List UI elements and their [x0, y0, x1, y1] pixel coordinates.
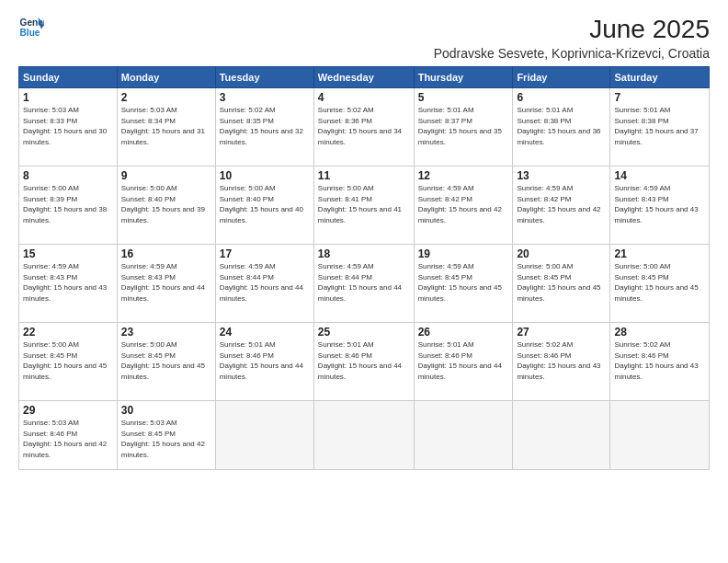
- day-info: Sunrise: 5:02 AMSunset: 8:35 PMDaylight:…: [220, 105, 310, 147]
- day-number: 5: [418, 91, 509, 104]
- day-info: Sunrise: 5:00 AMSunset: 8:40 PMDaylight:…: [220, 183, 310, 225]
- calendar-header-monday: Monday: [117, 67, 215, 88]
- day-number: 2: [121, 91, 211, 104]
- day-info: Sunrise: 5:02 AMSunset: 8:46 PMDaylight:…: [614, 339, 705, 382]
- calendar-cell: 13Sunrise: 4:59 AMSunset: 8:42 PMDayligh…: [513, 167, 610, 245]
- day-number: 19: [418, 247, 509, 260]
- day-info: Sunrise: 5:03 AMSunset: 8:46 PMDaylight:…: [23, 418, 113, 460]
- day-info: Sunrise: 4:59 AMSunset: 8:43 PMDaylight:…: [121, 261, 211, 304]
- day-number: 15: [23, 247, 113, 260]
- title-block: June 2025 Podravske Sesvete, Koprivnica-…: [434, 15, 710, 61]
- day-number: 27: [517, 326, 606, 339]
- calendar-cell: 14Sunrise: 4:59 AMSunset: 8:43 PMDayligh…: [610, 167, 710, 245]
- day-info: Sunrise: 5:00 AMSunset: 8:39 PMDaylight:…: [23, 183, 113, 225]
- day-info: Sunrise: 5:01 AMSunset: 8:46 PMDaylight:…: [418, 339, 509, 382]
- calendar-cell: 11Sunrise: 5:00 AMSunset: 8:41 PMDayligh…: [313, 167, 414, 245]
- calendar-header-sunday: Sunday: [19, 67, 118, 88]
- day-info: Sunrise: 4:59 AMSunset: 8:45 PMDaylight:…: [418, 261, 509, 304]
- subtitle: Podravske Sesvete, Koprivnica-Krizevci, …: [434, 46, 710, 61]
- day-info: Sunrise: 5:00 AMSunset: 8:45 PMDaylight:…: [121, 339, 211, 382]
- day-info: Sunrise: 5:01 AMSunset: 8:38 PMDaylight:…: [614, 105, 705, 147]
- calendar-cell: 6Sunrise: 5:01 AMSunset: 8:38 PMDaylight…: [513, 88, 610, 167]
- day-info: Sunrise: 5:00 AMSunset: 8:40 PMDaylight:…: [121, 183, 211, 225]
- calendar-cell: 20Sunrise: 5:00 AMSunset: 8:45 PMDayligh…: [513, 245, 610, 323]
- calendar-cell: 10Sunrise: 5:00 AMSunset: 8:40 PMDayligh…: [215, 167, 313, 245]
- day-info: Sunrise: 5:00 AMSunset: 8:41 PMDaylight:…: [318, 183, 410, 225]
- calendar-cell: [215, 401, 313, 470]
- calendar-week-1: 1Sunrise: 5:03 AMSunset: 8:33 PMDaylight…: [19, 88, 710, 167]
- calendar-header-friday: Friday: [513, 67, 610, 88]
- day-number: 11: [318, 169, 410, 182]
- calendar-week-2: 8Sunrise: 5:00 AMSunset: 8:39 PMDaylight…: [19, 167, 710, 245]
- day-number: 4: [318, 91, 410, 104]
- calendar-week-5: 29Sunrise: 5:03 AMSunset: 8:46 PMDayligh…: [19, 401, 710, 470]
- day-info: Sunrise: 5:00 AMSunset: 8:45 PMDaylight:…: [517, 261, 606, 304]
- day-number: 17: [220, 247, 310, 260]
- day-number: 30: [121, 404, 211, 417]
- calendar-header-row: SundayMondayTuesdayWednesdayThursdayFrid…: [19, 67, 710, 88]
- page: General Blue June 2025 Podravske Sesvete…: [0, 0, 728, 563]
- day-number: 24: [220, 326, 310, 339]
- day-info: Sunrise: 5:00 AMSunset: 8:45 PMDaylight:…: [23, 339, 113, 382]
- day-number: 12: [418, 169, 509, 182]
- day-info: Sunrise: 4:59 AMSunset: 8:44 PMDaylight:…: [318, 261, 410, 304]
- day-info: Sunrise: 4:59 AMSunset: 8:42 PMDaylight:…: [418, 183, 509, 225]
- day-info: Sunrise: 5:01 AMSunset: 8:46 PMDaylight:…: [318, 339, 410, 382]
- calendar: SundayMondayTuesdayWednesdayThursdayFrid…: [18, 66, 710, 470]
- calendar-cell: 16Sunrise: 4:59 AMSunset: 8:43 PMDayligh…: [117, 245, 215, 323]
- day-number: 16: [121, 247, 211, 260]
- calendar-cell: [313, 401, 414, 470]
- calendar-cell: 17Sunrise: 4:59 AMSunset: 8:44 PMDayligh…: [215, 245, 313, 323]
- calendar-cell: 5Sunrise: 5:01 AMSunset: 8:37 PMDaylight…: [414, 88, 513, 167]
- calendar-header-thursday: Thursday: [414, 67, 513, 88]
- day-number: 28: [614, 326, 705, 339]
- calendar-cell: 29Sunrise: 5:03 AMSunset: 8:46 PMDayligh…: [19, 401, 118, 470]
- day-info: Sunrise: 4:59 AMSunset: 8:44 PMDaylight:…: [220, 261, 310, 304]
- calendar-cell: [513, 401, 610, 470]
- calendar-cell: 9Sunrise: 5:00 AMSunset: 8:40 PMDaylight…: [117, 167, 215, 245]
- day-info: Sunrise: 5:03 AMSunset: 8:45 PMDaylight:…: [121, 418, 211, 460]
- calendar-cell: 15Sunrise: 4:59 AMSunset: 8:43 PMDayligh…: [19, 245, 118, 323]
- calendar-cell: 30Sunrise: 5:03 AMSunset: 8:45 PMDayligh…: [117, 401, 215, 470]
- calendar-cell: 2Sunrise: 5:03 AMSunset: 8:34 PMDaylight…: [117, 88, 215, 167]
- day-info: Sunrise: 4:59 AMSunset: 8:43 PMDaylight:…: [23, 261, 113, 304]
- calendar-cell: 18Sunrise: 4:59 AMSunset: 8:44 PMDayligh…: [313, 245, 414, 323]
- day-number: 20: [517, 247, 606, 260]
- calendar-cell: 8Sunrise: 5:00 AMSunset: 8:39 PMDaylight…: [19, 167, 118, 245]
- calendar-header-tuesday: Tuesday: [215, 67, 313, 88]
- day-number: 3: [220, 91, 310, 104]
- day-number: 21: [614, 247, 705, 260]
- logo: General Blue: [18, 15, 44, 40]
- logo-icon: General Blue: [18, 15, 44, 40]
- calendar-cell: 26Sunrise: 5:01 AMSunset: 8:46 PMDayligh…: [414, 323, 513, 401]
- day-number: 6: [517, 91, 606, 104]
- calendar-cell: 27Sunrise: 5:02 AMSunset: 8:46 PMDayligh…: [513, 323, 610, 401]
- day-info: Sunrise: 5:03 AMSunset: 8:33 PMDaylight:…: [23, 105, 113, 147]
- day-info: Sunrise: 5:00 AMSunset: 8:45 PMDaylight:…: [614, 261, 705, 304]
- day-number: 25: [318, 326, 410, 339]
- calendar-cell: [610, 401, 710, 470]
- day-info: Sunrise: 4:59 AMSunset: 8:42 PMDaylight:…: [517, 183, 606, 225]
- day-number: 7: [614, 91, 705, 104]
- day-number: 26: [418, 326, 509, 339]
- day-number: 18: [318, 247, 410, 260]
- calendar-cell: 28Sunrise: 5:02 AMSunset: 8:46 PMDayligh…: [610, 323, 710, 401]
- day-number: 8: [23, 169, 113, 182]
- calendar-week-3: 15Sunrise: 4:59 AMSunset: 8:43 PMDayligh…: [19, 245, 710, 323]
- calendar-cell: 4Sunrise: 5:02 AMSunset: 8:36 PMDaylight…: [313, 88, 414, 167]
- calendar-cell: 7Sunrise: 5:01 AMSunset: 8:38 PMDaylight…: [610, 88, 710, 167]
- day-info: Sunrise: 5:02 AMSunset: 8:46 PMDaylight:…: [517, 339, 606, 382]
- calendar-cell: [414, 401, 513, 470]
- day-number: 14: [614, 169, 705, 182]
- day-info: Sunrise: 5:01 AMSunset: 8:46 PMDaylight:…: [220, 339, 310, 382]
- calendar-cell: 3Sunrise: 5:02 AMSunset: 8:35 PMDaylight…: [215, 88, 313, 167]
- calendar-week-4: 22Sunrise: 5:00 AMSunset: 8:45 PMDayligh…: [19, 323, 710, 401]
- day-info: Sunrise: 5:01 AMSunset: 8:37 PMDaylight:…: [418, 105, 509, 147]
- calendar-cell: 19Sunrise: 4:59 AMSunset: 8:45 PMDayligh…: [414, 245, 513, 323]
- calendar-header-wednesday: Wednesday: [313, 67, 414, 88]
- day-number: 22: [23, 326, 113, 339]
- calendar-cell: 22Sunrise: 5:00 AMSunset: 8:45 PMDayligh…: [19, 323, 118, 401]
- header: General Blue June 2025 Podravske Sesvete…: [18, 15, 710, 61]
- calendar-cell: 25Sunrise: 5:01 AMSunset: 8:46 PMDayligh…: [313, 323, 414, 401]
- day-number: 23: [121, 326, 211, 339]
